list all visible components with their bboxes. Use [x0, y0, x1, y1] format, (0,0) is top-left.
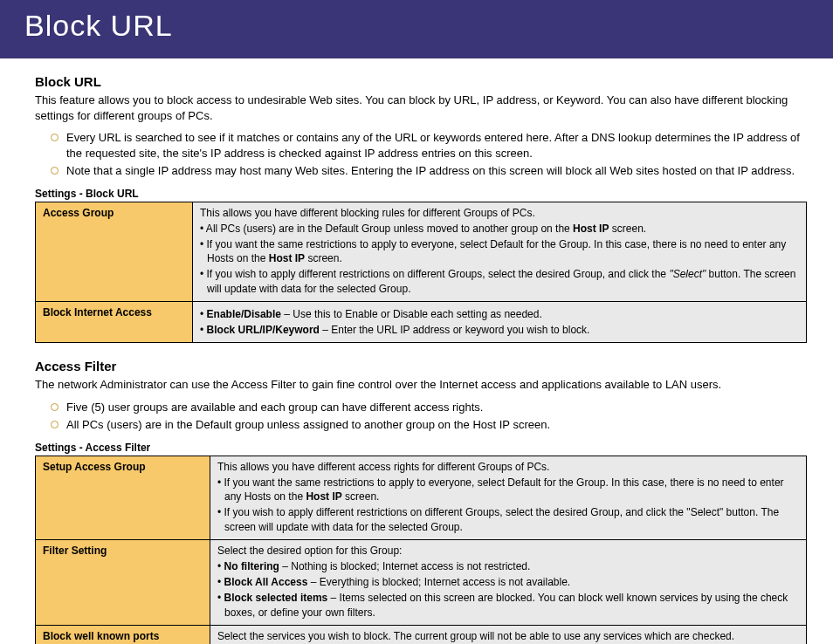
desc-line: • If you want the same restrictions to a…	[200, 237, 799, 265]
desc-line: • Enable/Disable – Use this to Enable or…	[200, 307, 799, 321]
cell-label-setup-group: Setup Access Group	[36, 456, 210, 539]
desc-line: • No filtering – Nothing is blocked; Int…	[217, 559, 799, 573]
desc-line: • If you wish to apply different restric…	[217, 505, 799, 533]
bullet: Note that a single IP address may host m…	[51, 163, 807, 179]
page-banner: Block URL	[0, 0, 833, 58]
table-row: Setup Access Group This allows you have …	[36, 456, 807, 539]
desc-line: This allows you have different access ri…	[217, 460, 799, 474]
desc-line: • All PCs (users) are in the Default Gro…	[200, 222, 799, 236]
desc-line: • Block URL/IP/Keyword – Enter the URL I…	[200, 323, 799, 337]
table-caption-access-filter: Settings - Access Filter	[35, 442, 807, 454]
settings-access-filter-table: Setup Access Group This allows you have …	[35, 456, 807, 644]
cell-label-well-known-ports: Block well known ports	[36, 625, 210, 644]
cell-label-filter-setting: Filter Setting	[36, 539, 210, 625]
access-filter-intro: The network Administrator can use the Ac…	[35, 377, 807, 393]
access-filter-bullets: Five (5) user groups are available and e…	[51, 400, 807, 433]
desc-line: This allows you have different blocking …	[200, 206, 799, 220]
cell-desc-setup-group: This allows you have different access ri…	[210, 456, 807, 539]
block-url-intro: This feature allows you to block access …	[35, 92, 807, 123]
desc-line: • Block selected items – Items selected …	[217, 591, 799, 619]
table-row: Access Group This allows you have differ…	[36, 202, 807, 301]
desc-line: • If you wish to apply different restric…	[200, 267, 799, 295]
cell-label-access-group: Access Group	[36, 202, 193, 301]
bullet: All PCs (users) are in the Default group…	[51, 417, 807, 433]
settings-block-url-table: Access Group This allows you have differ…	[35, 202, 807, 344]
table-caption-block-url: Settings - Block URL	[35, 188, 807, 200]
banner-title: Block URL	[24, 9, 173, 42]
desc-line: • Block All Access – Everything is block…	[217, 575, 799, 589]
bullet: Every URL is searched to see if it match…	[51, 130, 807, 161]
section-heading-block-url: Block URL	[35, 74, 807, 89]
cell-desc-well-known-ports: Select the services you wish to block. T…	[210, 625, 807, 644]
block-url-bullets: Every URL is searched to see if it match…	[51, 130, 807, 179]
bullet: Five (5) user groups are available and e…	[51, 400, 807, 415]
cell-desc-block-internet: • Enable/Disable – Use this to Enable or…	[193, 301, 807, 342]
table-row: Block Internet Access • Enable/Disable –…	[36, 301, 807, 342]
page-body: Block URL This feature allows you to blo…	[0, 58, 833, 644]
desc-line: Select the desired option for this Group…	[217, 544, 799, 558]
section-heading-access-filter: Access Filter	[35, 359, 807, 373]
cell-desc-filter-setting: Select the desired option for this Group…	[210, 539, 807, 625]
cell-desc-access-group: This allows you have different blocking …	[193, 202, 807, 301]
table-row: Filter Setting Select the desired option…	[36, 539, 807, 625]
desc-line: • If you want the same restrictions to a…	[217, 476, 799, 504]
table-row: Block well known ports Select the servic…	[36, 625, 807, 644]
cell-label-block-internet: Block Internet Access	[36, 301, 193, 342]
